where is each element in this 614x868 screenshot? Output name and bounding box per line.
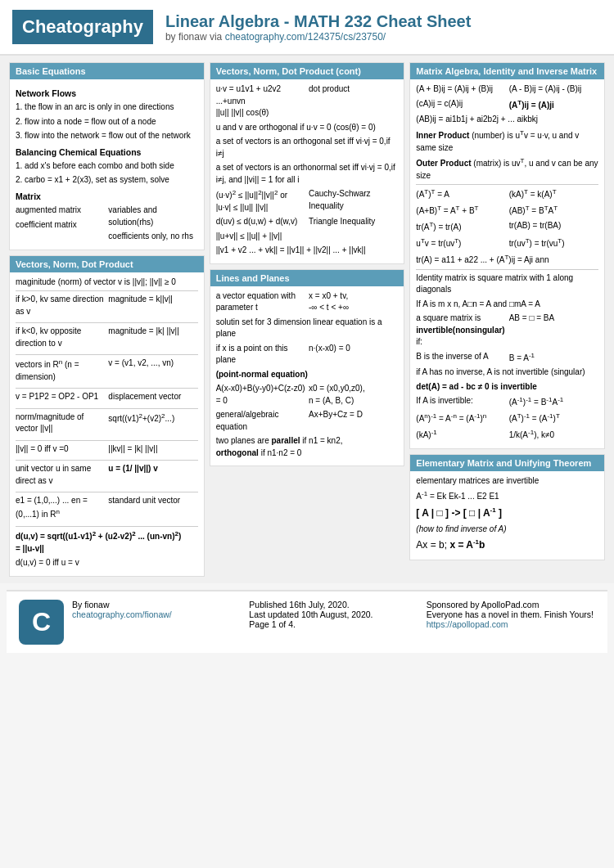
- section-content-vectors: maginitude (norm) of vector v is ||v||; …: [10, 272, 204, 576]
- pn-right: n·(x-x0) = 0: [309, 343, 398, 369]
- inverse-prop-row3: (kA)-1 1/k(A-1), k≠0: [416, 428, 598, 444]
- pe-left: A(x-x0)+B(y-y0)+C(z-z0) = 0: [216, 383, 305, 409]
- header-text: Linear Algebra - MATH 232 Cheat Sheet by…: [165, 12, 471, 43]
- vector-row7: unit vector u in same direct as v u = (1…: [16, 463, 198, 489]
- trace-row2: uTv = tr(uvT) tr(uvT) = tr(vuT): [416, 236, 598, 253]
- vr5-left: norm/magnitude of vector ||v||: [16, 412, 105, 438]
- ms-right: (AT)ij = (A)ji: [509, 98, 598, 115]
- tr1-right: (kA)T = k(A)T: [509, 187, 598, 204]
- section-header-basic: Basic Equations: [10, 63, 204, 79]
- sponsor-link[interactable]: https://apollopad.com: [427, 619, 508, 629]
- section-header-vectors-cont: Vectors, Norm, Dot Product (cont): [210, 63, 404, 79]
- vector-row8: e1 = (1,0,...) ... en = (0,...1) in Rn s…: [16, 495, 198, 523]
- matrix-scalar-row: (cA)ij = c(A)ij (AT)ij = (A)ji: [416, 98, 598, 115]
- norm-def: maginitude (norm) of vector v is ||v||; …: [16, 277, 198, 289]
- sponsor-title: Sponsored by ApolloPad.com: [427, 600, 595, 609]
- section-header-matrix: Matrix Algebra, Identity and Inverse Mat…: [410, 63, 604, 79]
- pn-left: if x is a point on this plane: [216, 343, 305, 369]
- vr5-right: sqrt((v1)2+(v2)2...): [108, 412, 197, 438]
- pe-right: x0 = (x0,y0,z0),n = (A, B, C): [309, 383, 398, 409]
- chemical-2: 2. carbo = x1 + 2(x3), set as system, so…: [16, 174, 198, 187]
- matrix-mult: (AB)ij = ai1b1j + ai2b2j + ... aikbkj: [416, 114, 598, 126]
- invr-left: B is the inverse of A: [416, 351, 505, 367]
- vector-row2: if k<0, kv opposite direction to v magni…: [16, 326, 198, 352]
- author-name: By fionaw: [72, 600, 241, 609]
- distance-formula: d(u,v) = sqrt((u1-v1)2 + (u2-v2)2 ... (u…: [16, 529, 198, 555]
- footer-logo: C: [19, 600, 64, 645]
- elem-invertible: elementary matrices are invertible: [416, 475, 598, 488]
- augmented-matrix-label: augmented matrix: [16, 205, 105, 217]
- trace-row1: tr(AT) = tr(A) tr(AB) = tr(BA): [416, 220, 598, 236]
- ip3-left: (kA)-1: [416, 428, 505, 444]
- tr2-left: (A+B)T = AT + BT: [416, 204, 505, 220]
- vector-row4: v = P1P2 = OP2 - OP1 displacement vector: [16, 391, 198, 406]
- tc1-left: tr(AT) = tr(A): [416, 220, 505, 236]
- ip2-right: (AT)-1 = (A-1)T: [509, 412, 598, 428]
- point-normal-row: if x is a point on this plane n·(x-x0) =…: [216, 343, 399, 369]
- tr2-right: (AB)T = BTAT: [509, 204, 598, 220]
- cauchy-row: (u·v)2 ≤ ||u||2||v||2 or|u·v| ≤ ||u|| ||…: [216, 188, 399, 216]
- elem-how-to: (how to find inverse of A): [416, 524, 598, 536]
- inverse-prop-row1: If A is invertible: (A-1)-1 = B-1A-1: [416, 395, 598, 412]
- vector-eq-row: a vector equation with parameter t x = x…: [216, 290, 399, 317]
- inv-right: AB = □ = BA: [509, 313, 598, 351]
- column-1: Basic Equations Network Flows 1. the flo…: [9, 62, 205, 577]
- coefficient-matrix-label: coefficient matrix: [16, 219, 105, 232]
- dot-product-row: u·v = u1v1 + u2v2...+unvn||u|| ||v|| cos…: [216, 83, 399, 122]
- coefficient-matrix-value: coefficients only, no rhs: [108, 231, 197, 243]
- solution-set: solutin set for 3 dimension linear equat…: [216, 317, 399, 340]
- main-content: Basic Equations Network Flows 1. the flo…: [0, 56, 614, 583]
- section-content-lines: a vector equation with parameter t x = x…: [210, 286, 404, 466]
- vr8-left: e1 = (1,0,...) ... en = (0,...1) in Rn: [16, 495, 105, 523]
- column-2: Vectors, Norm, Dot Product (cont) u·v = …: [210, 62, 405, 577]
- vr4-right: displacement vector: [108, 391, 197, 406]
- author-link[interactable]: cheatography.com/fionaw/: [72, 609, 172, 619]
- section-content-elementary: elementary matrices are invertible A-1 =…: [410, 471, 604, 560]
- footer-author: By fionaw cheatography.com/fionaw/: [72, 600, 241, 645]
- vr7-right: u = (1/ ||v||) v: [108, 463, 197, 489]
- vr7-left: unit vector u in same direct as v: [16, 463, 105, 489]
- tc2-right: tr(uvT) = tr(vuT): [509, 236, 598, 253]
- section-header-elementary: Elementary Matrix and Unifying Theorem: [410, 455, 604, 471]
- vr2-left: if k<0, kv opposite direction to v: [16, 326, 105, 352]
- orthonormal-set: a set of vectors is an orthonormal set i…: [216, 162, 399, 186]
- vr8-right: standard unit vector: [108, 495, 197, 523]
- transpose-row2: (A+B)T = AT + BT (AB)T = BTAT: [416, 204, 598, 220]
- invr-right: B = A-1: [509, 351, 598, 367]
- published-date: Published 16th July, 2020.: [249, 600, 418, 609]
- subsection-network-flows: Network Flows: [16, 88, 198, 100]
- elem-augmented: [ A | □ ] -> [ □ | A-1 ]: [416, 506, 598, 520]
- ip1-left: If A is invertible:: [416, 395, 505, 412]
- norm-sum-2: ||v1 + v2 ... + vk|| = ||v1|| + ||v2|| .…: [216, 245, 399, 257]
- section-basic-equations: Basic Equations Network Flows 1. the flo…: [9, 62, 205, 250]
- outer-product: Outer Product (matrix) is uvT, u and v c…: [416, 156, 598, 182]
- parallel-planes: two planes are parallel if n1 = kn2,orth…: [216, 435, 399, 459]
- singular-def: if A has no inverse, A is not invertible…: [416, 367, 598, 379]
- section-vectors-norm: Vectors, Norm, Dot Product maginitude (n…: [9, 255, 205, 577]
- cauchy-right: Cauchy-Schwarz Inequality: [309, 188, 398, 216]
- subsection-matrix: Matrix: [16, 191, 198, 203]
- inv-left: a square matrix is invertible(nonsingula…: [416, 313, 505, 351]
- section-header-lines: Lines and Planes: [210, 270, 404, 286]
- plane-eq-row: A(x-x0)+B(y-y0)+C(z-z0) = 0 x0 = (x0,y0,…: [216, 383, 399, 409]
- network-flow-1: 1. the flow in an arc is only in one dir…: [16, 101, 198, 114]
- ip2-left: (An)-1 = A-n = (A-1)n: [416, 412, 505, 428]
- section-lines-planes: Lines and Planes a vector equation with …: [210, 269, 405, 467]
- vr6-right: ||kv|| = |k| ||v||: [108, 443, 197, 458]
- transpose-row1: (AT)T = A (kA)T = k(A)T: [416, 187, 598, 204]
- header: Cheatography Linear Algebra - MATH 232 C…: [0, 0, 614, 56]
- section-content-vectors-cont: u·v = u1v1 + u2v2...+unvn||u|| ||v|| cos…: [210, 79, 404, 263]
- section-elementary-matrix: Elementary Matrix and Unifying Theorem e…: [409, 454, 605, 560]
- inverse-row: B is the inverse of A B = A-1: [416, 351, 598, 367]
- invertible-row: a square matrix is invertible(nonsingula…: [416, 313, 598, 351]
- triangle-left: d(uv) ≤ d(u,w) + d(w,v): [216, 216, 305, 231]
- ma-left: (A + B)ij = (A)ij + (B)ij: [416, 83, 505, 98]
- cheatography-link[interactable]: cheatography.com/124375/cs/23750/: [225, 31, 386, 43]
- updated-date: Last updated 10th August, 2020.: [249, 609, 418, 619]
- column-3: Matrix Algebra, Identity and Inverse Mat…: [409, 62, 605, 577]
- distance-zero: d(u,v) = 0 iff u = v: [16, 557, 198, 569]
- matrix-table: augmented matrix coefficient matrix vari…: [16, 205, 198, 245]
- vr3-left: vectors in Rn (n = dimension): [16, 358, 105, 385]
- section-content-basic: Network Flows 1. the flow in an arc is o…: [10, 79, 204, 250]
- vector-row5: norm/magnitude of vector ||v|| sqrt((v1)…: [16, 412, 198, 438]
